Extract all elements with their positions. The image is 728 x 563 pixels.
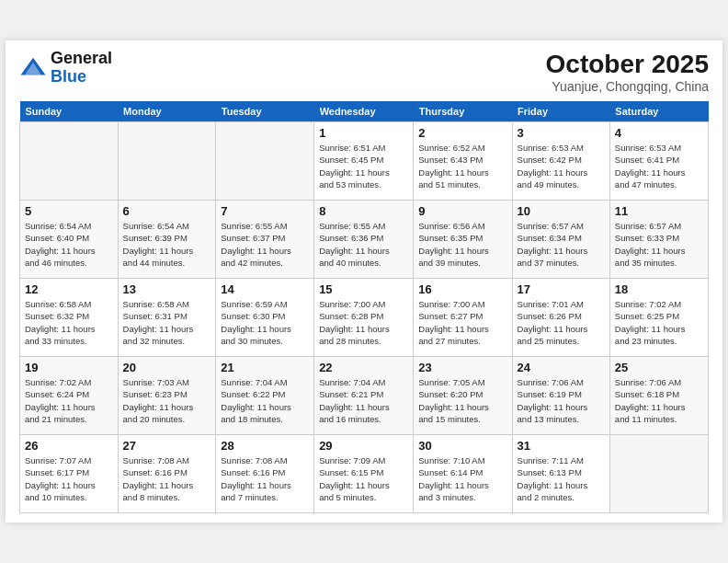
day-number: 3 [518,126,605,140]
day-info: Sunrise: 7:09 AMSunset: 6:15 PMDaylight:… [319,454,408,503]
day-header-thursday: Thursday [414,101,512,122]
day-number: 4 [615,126,703,140]
day-number: 23 [418,361,506,374]
day-number: 8 [319,204,408,218]
empty-cell [118,122,216,201]
day-cell-14: 14Sunrise: 6:59 AMSunset: 6:30 PMDayligh… [216,279,314,357]
day-info: Sunrise: 6:57 AMSunset: 6:34 PMDaylight:… [518,220,605,269]
day-info: Sunrise: 6:51 AMSunset: 6:45 PMDaylight:… [319,142,408,190]
day-info: Sunrise: 6:53 AMSunset: 6:41 PMDaylight:… [615,142,703,190]
day-cell-15: 15Sunrise: 7:00 AMSunset: 6:28 PMDayligh… [314,279,414,357]
logo-text: General Blue [51,50,112,86]
day-number: 9 [418,204,506,218]
day-info: Sunrise: 7:02 AMSunset: 6:24 PMDaylight:… [25,376,113,425]
day-number: 27 [123,439,211,453]
day-cell-6: 6Sunrise: 6:54 AMSunset: 6:39 PMDaylight… [118,201,216,279]
logo: General Blue [19,50,112,86]
day-cell-24: 24Sunrise: 7:06 AMSunset: 6:19 PMDayligh… [512,357,609,435]
day-number: 25 [615,361,703,374]
empty-cell [216,122,314,201]
day-number: 19 [25,361,113,374]
empty-cell [609,435,708,513]
day-cell-9: 9Sunrise: 6:56 AMSunset: 6:35 PMDaylight… [414,201,512,279]
day-cell-31: 31Sunrise: 7:11 AMSunset: 6:13 PMDayligh… [512,435,609,513]
day-cell-27: 27Sunrise: 7:08 AMSunset: 6:16 PMDayligh… [118,435,216,513]
day-cell-16: 16Sunrise: 7:00 AMSunset: 6:27 PMDayligh… [414,279,512,357]
day-number: 14 [221,282,309,296]
day-cell-18: 18Sunrise: 7:02 AMSunset: 6:25 PMDayligh… [609,279,708,357]
day-info: Sunrise: 6:54 AMSunset: 6:40 PMDaylight:… [25,220,113,269]
day-cell-28: 28Sunrise: 7:08 AMSunset: 6:16 PMDayligh… [216,435,314,513]
day-info: Sunrise: 7:06 AMSunset: 6:18 PMDaylight:… [615,376,703,425]
day-number: 10 [518,204,605,218]
day-info: Sunrise: 7:08 AMSunset: 6:16 PMDaylight:… [123,454,211,503]
day-info: Sunrise: 7:02 AMSunset: 6:25 PMDaylight:… [615,298,703,347]
day-number: 11 [615,204,703,218]
day-cell-4: 4Sunrise: 6:53 AMSunset: 6:41 PMDaylight… [609,122,708,201]
day-header-monday: Monday [118,101,216,122]
day-number: 13 [123,282,211,296]
day-info: Sunrise: 7:10 AMSunset: 6:14 PMDaylight:… [418,454,506,503]
day-cell-7: 7Sunrise: 6:55 AMSunset: 6:37 PMDaylight… [216,201,314,279]
day-number: 18 [615,282,703,296]
day-number: 29 [319,439,408,453]
day-number: 30 [418,439,506,453]
day-number: 2 [418,126,506,140]
calendar-table: SundayMondayTuesdayWednesdayThursdayFrid… [19,101,709,513]
day-cell-30: 30Sunrise: 7:10 AMSunset: 6:14 PMDayligh… [414,435,512,513]
week-row-4: 19Sunrise: 7:02 AMSunset: 6:24 PMDayligh… [20,357,709,435]
day-cell-2: 2Sunrise: 6:52 AMSunset: 6:43 PMDaylight… [414,122,512,201]
day-cell-22: 22Sunrise: 7:04 AMSunset: 6:21 PMDayligh… [314,357,414,435]
week-row-3: 12Sunrise: 6:58 AMSunset: 6:32 PMDayligh… [20,279,709,357]
day-number: 5 [25,204,113,218]
day-cell-21: 21Sunrise: 7:04 AMSunset: 6:22 PMDayligh… [216,357,314,435]
day-info: Sunrise: 7:04 AMSunset: 6:22 PMDaylight:… [221,376,309,425]
day-number: 28 [221,439,309,453]
logo-icon [19,54,47,82]
day-cell-13: 13Sunrise: 6:58 AMSunset: 6:31 PMDayligh… [118,279,216,357]
empty-cell [20,122,119,201]
day-number: 24 [518,361,605,374]
day-cell-11: 11Sunrise: 6:57 AMSunset: 6:33 PMDayligh… [609,201,708,279]
day-info: Sunrise: 6:58 AMSunset: 6:31 PMDaylight:… [123,298,211,347]
day-cell-8: 8Sunrise: 6:55 AMSunset: 6:36 PMDaylight… [314,201,414,279]
day-cell-26: 26Sunrise: 7:07 AMSunset: 6:17 PMDayligh… [20,435,119,513]
header-row: SundayMondayTuesdayWednesdayThursdayFrid… [20,101,709,122]
week-row-5: 26Sunrise: 7:07 AMSunset: 6:17 PMDayligh… [20,435,709,513]
day-info: Sunrise: 6:54 AMSunset: 6:39 PMDaylight:… [123,220,211,269]
day-info: Sunrise: 7:11 AMSunset: 6:13 PMDaylight:… [518,454,605,503]
day-number: 1 [319,126,408,140]
day-info: Sunrise: 6:57 AMSunset: 6:33 PMDaylight:… [615,220,703,269]
day-cell-1: 1Sunrise: 6:51 AMSunset: 6:45 PMDaylight… [314,122,414,201]
day-info: Sunrise: 6:55 AMSunset: 6:36 PMDaylight:… [319,220,408,269]
location: Yuanjue, Chongqing, China [546,79,709,94]
day-number: 15 [319,282,408,296]
day-number: 20 [123,361,211,374]
day-header-saturday: Saturday [609,101,708,122]
month-title: October 2025 [546,50,709,79]
day-info: Sunrise: 6:56 AMSunset: 6:35 PMDaylight:… [418,220,506,269]
day-number: 22 [319,361,408,374]
day-number: 16 [418,282,506,296]
day-info: Sunrise: 6:55 AMSunset: 6:37 PMDaylight:… [221,220,309,269]
day-cell-20: 20Sunrise: 7:03 AMSunset: 6:23 PMDayligh… [118,357,216,435]
day-info: Sunrise: 7:00 AMSunset: 6:28 PMDaylight:… [319,298,408,347]
day-info: Sunrise: 7:05 AMSunset: 6:20 PMDaylight:… [418,376,506,425]
day-info: Sunrise: 7:01 AMSunset: 6:26 PMDaylight:… [518,298,605,347]
day-info: Sunrise: 7:00 AMSunset: 6:27 PMDaylight:… [418,298,506,347]
day-cell-10: 10Sunrise: 6:57 AMSunset: 6:34 PMDayligh… [512,201,609,279]
day-cell-23: 23Sunrise: 7:05 AMSunset: 6:20 PMDayligh… [414,357,512,435]
day-info: Sunrise: 6:58 AMSunset: 6:32 PMDaylight:… [25,298,113,347]
day-number: 12 [25,282,113,296]
day-number: 6 [123,204,211,218]
day-cell-5: 5Sunrise: 6:54 AMSunset: 6:40 PMDaylight… [20,201,119,279]
day-header-sunday: Sunday [20,101,119,122]
day-cell-25: 25Sunrise: 7:06 AMSunset: 6:18 PMDayligh… [609,357,708,435]
day-number: 7 [221,204,309,218]
week-row-2: 5Sunrise: 6:54 AMSunset: 6:40 PMDaylight… [20,201,709,279]
day-cell-29: 29Sunrise: 7:09 AMSunset: 6:15 PMDayligh… [314,435,414,513]
day-number: 26 [25,439,113,453]
week-row-1: 1Sunrise: 6:51 AMSunset: 6:45 PMDaylight… [20,122,709,201]
day-info: Sunrise: 7:07 AMSunset: 6:17 PMDaylight:… [25,454,113,503]
day-info: Sunrise: 6:52 AMSunset: 6:43 PMDaylight:… [418,142,506,190]
